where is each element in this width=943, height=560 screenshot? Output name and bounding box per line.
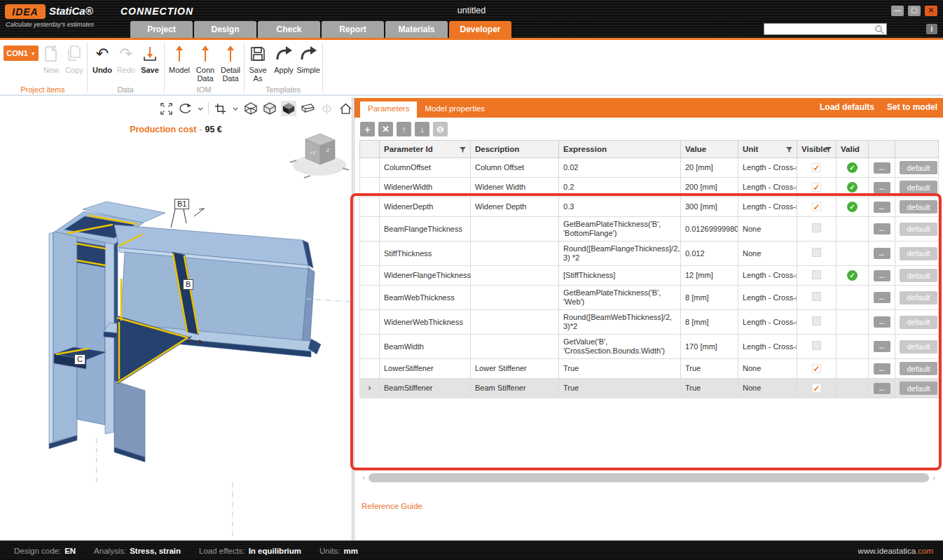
cell-expression[interactable]: [StiffThickness] <box>559 266 681 286</box>
visible-checkbox[interactable]: ✓ <box>812 163 821 172</box>
cell-description[interactable] <box>471 241 559 266</box>
default-button[interactable]: default <box>900 316 937 329</box>
apply-button[interactable]: Apply <box>272 44 296 74</box>
cell-unit[interactable]: Length - Cross-s <box>738 178 797 197</box>
cell-description[interactable] <box>471 335 559 359</box>
table-row[interactable]: BeamFlangeThicknessGetBeamPlateThickness… <box>360 217 939 241</box>
column-header-blank[interactable] <box>895 141 939 158</box>
column-header-parameter-id[interactable]: Parameter Id <box>380 141 471 158</box>
more-button[interactable]: ... <box>874 383 890 394</box>
cell-value[interactable]: 8 [mm] <box>681 286 738 310</box>
cell-expression[interactable]: 0.3 <box>559 197 681 217</box>
table-row[interactable]: WidenerFlangeThickness[StiffThickness]12… <box>360 266 939 286</box>
cell-parameter-id[interactable]: WidenerDepth <box>380 197 471 217</box>
visible-checkbox[interactable] <box>812 248 821 257</box>
cell-unit[interactable]: None <box>738 379 797 398</box>
reference-guide-link[interactable]: Reference Guide <box>362 502 422 510</box>
default-button[interactable]: default <box>900 181 937 194</box>
wireframe-view-icon[interactable] <box>243 101 259 116</box>
more-button[interactable]: ... <box>874 202 890 213</box>
cell-value[interactable]: 200 [mm] <box>681 178 738 197</box>
cell-value[interactable]: 170 [mm] <box>681 335 738 359</box>
cell-unit[interactable]: None <box>738 217 797 241</box>
cell-expression[interactable]: GetValue('B', 'CrossSection.Bounds.Width… <box>559 335 681 359</box>
row-expander[interactable] <box>360 310 380 335</box>
default-button[interactable]: default <box>900 200 937 214</box>
cell-description[interactable]: Widener Depth <box>471 197 559 217</box>
cell-description[interactable] <box>471 286 559 310</box>
viewport-3d[interactable]: +Y Z <box>0 97 352 540</box>
model-button[interactable]: Model <box>167 44 192 74</box>
clipped-view-icon[interactable] <box>300 101 315 116</box>
visible-checkbox[interactable] <box>812 223 821 232</box>
search-icon[interactable] <box>874 24 884 34</box>
cell-parameter-id[interactable]: ColumnOffset <box>380 158 471 178</box>
column-header-value[interactable]: Value <box>681 141 738 158</box>
cell-unit[interactable]: None <box>738 359 797 379</box>
chevron-down-icon[interactable] <box>196 101 205 116</box>
cell-parameter-id[interactable]: LowerStiffener <box>380 359 471 379</box>
visible-checkbox[interactable] <box>812 270 821 279</box>
cell-expression[interactable]: True <box>559 359 681 379</box>
cell-value[interactable]: True <box>681 379 738 398</box>
column-header-description[interactable]: Description <box>471 141 559 158</box>
scroll-left-icon[interactable]: ‹ <box>360 473 367 482</box>
cell-unit[interactable]: Length - Cross-s <box>738 310 797 335</box>
row-expander[interactable] <box>360 158 380 178</box>
row-expander[interactable] <box>360 286 380 310</box>
redo-button[interactable]: ↷ Redo <box>115 44 137 74</box>
tab-design[interactable]: Design <box>194 21 256 38</box>
cell-value[interactable]: True <box>681 359 738 379</box>
more-button[interactable]: ... <box>874 182 890 193</box>
delete-parameter-button[interactable]: ✕ <box>378 122 393 136</box>
cell-description[interactable]: Widener Width <box>471 178 559 197</box>
load-defaults-button[interactable]: Load defaults <box>820 102 874 112</box>
tab-project[interactable]: Project <box>130 21 193 38</box>
set-to-model-button[interactable]: Set to model <box>887 102 937 112</box>
cell-expression[interactable]: GetBeamPlateThickness('B', 'Web') <box>559 286 681 310</box>
cell-unit[interactable]: Length - Cross-s <box>738 266 797 286</box>
column-header-unit[interactable]: Unit <box>738 141 797 158</box>
column-header-expression[interactable]: Expression <box>559 141 681 158</box>
visible-checkbox[interactable]: ✓ <box>812 202 821 211</box>
row-expander[interactable] <box>360 217 380 241</box>
section-crop-icon[interactable] <box>212 101 228 116</box>
table-row[interactable]: WidenerWebThicknessRound([BeamWebThickne… <box>360 310 939 335</box>
default-button[interactable]: default <box>900 382 937 395</box>
row-expander[interactable] <box>360 241 380 266</box>
default-button[interactable]: default <box>900 340 937 354</box>
table-row[interactable]: LowerStiffenerLower StiffenerTrueTrueNon… <box>360 359 939 379</box>
move-up-button[interactable]: ↑ <box>397 122 411 136</box>
simple-button[interactable]: Simple <box>296 44 321 74</box>
cell-description[interactable] <box>471 266 559 286</box>
row-expander[interactable] <box>360 197 380 217</box>
website-link[interactable]: www.ideastatica.com <box>858 547 933 555</box>
more-button[interactable]: ... <box>874 341 890 352</box>
default-button[interactable]: default <box>900 362 937 375</box>
cell-description[interactable] <box>471 217 559 241</box>
column-header-valid[interactable]: Valid <box>837 141 869 158</box>
zoom-extents-icon[interactable] <box>158 101 174 116</box>
scrollbar-thumb[interactable] <box>369 473 929 482</box>
cell-value[interactable]: 0.012 <box>681 241 738 266</box>
mirror-view-icon[interactable] <box>319 101 334 116</box>
table-row[interactable]: WidenerDepthWidener Depth0.3300 [mm]Leng… <box>360 197 939 217</box>
undo-button[interactable]: ↶ Undo <box>91 44 113 74</box>
column-header-blank[interactable] <box>360 141 380 158</box>
cell-expression[interactable]: 0.02 <box>559 158 681 178</box>
default-button[interactable]: default <box>900 247 937 260</box>
cell-expression[interactable]: True <box>559 379 681 398</box>
table-row[interactable]: ›BeamStiffenerBeam StiffenerTrueTrueNone… <box>360 379 939 398</box>
row-expander[interactable] <box>360 266 380 286</box>
save-button[interactable]: Save <box>139 44 161 74</box>
default-button[interactable]: default <box>900 291 937 304</box>
cell-parameter-id[interactable]: WidenerFlangeThickness <box>380 266 471 286</box>
tab-report[interactable]: Report <box>322 21 384 38</box>
cell-unit[interactable]: Length - Cross-s <box>738 335 797 359</box>
search-input[interactable] <box>764 25 874 34</box>
cell-value[interactable]: 300 [mm] <box>681 197 738 217</box>
cell-description[interactable]: Column Offset <box>471 158 559 178</box>
visible-checkbox[interactable] <box>812 292 821 301</box>
connection-selector[interactable]: CON1▼ <box>4 46 39 61</box>
table-row[interactable]: StiffThicknessRound([BeamFlangeThickness… <box>360 241 939 266</box>
